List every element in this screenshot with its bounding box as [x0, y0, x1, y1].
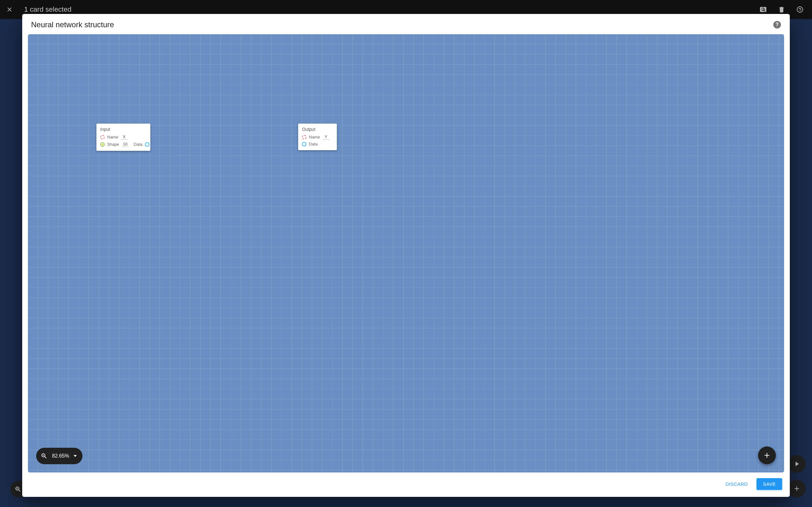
name-input[interactable]: X [121, 134, 128, 140]
close-icon[interactable] [4, 4, 15, 15]
port-icon[interactable] [302, 135, 306, 139]
field-label: Shape [107, 142, 119, 147]
name-input[interactable]: Y [322, 134, 329, 140]
nn-canvas[interactable]: Input Name X Shape 10 Data Output Name Y [28, 34, 784, 472]
node-input[interactable]: Input Name X Shape 10 Data [96, 124, 150, 151]
zoom-value: 82.65% [52, 453, 69, 459]
zoom-in-icon [41, 452, 48, 459]
field-label: Name [107, 135, 118, 139]
dialog-title: Neural network structure [31, 20, 114, 29]
background-add-fab[interactable] [788, 480, 806, 498]
help-icon[interactable] [794, 4, 806, 15]
zoom-control[interactable]: 82.65% [36, 448, 83, 464]
dialog-help-icon[interactable]: ? [773, 21, 781, 29]
port-icon[interactable] [145, 142, 149, 147]
save-button[interactable]: SAVE [757, 478, 782, 490]
chevron-down-icon [73, 455, 77, 457]
pageview-icon[interactable] [757, 4, 769, 15]
node-title: Output [302, 127, 333, 132]
port-icon[interactable] [100, 135, 105, 139]
node-title: Input [100, 127, 147, 132]
discard-button[interactable]: DISCARD [722, 478, 751, 490]
field-label: Data [134, 142, 142, 147]
field-label: Name [309, 135, 320, 139]
trash-icon[interactable] [776, 4, 787, 15]
background-play-fab[interactable] [788, 455, 806, 473]
add-node-button[interactable] [758, 447, 776, 464]
field-label: Data [309, 142, 317, 147]
port-icon[interactable] [302, 142, 306, 147]
appbar-title: 1 card selected [24, 5, 71, 14]
port-icon[interactable] [100, 142, 105, 147]
dialog: Neural network structure ? Input Name X … [22, 14, 790, 497]
plus-icon [763, 451, 771, 459]
zoom-in-icon [14, 486, 21, 493]
node-output[interactable]: Output Name Y Data [298, 124, 337, 150]
shape-input[interactable]: 10 [122, 142, 129, 147]
